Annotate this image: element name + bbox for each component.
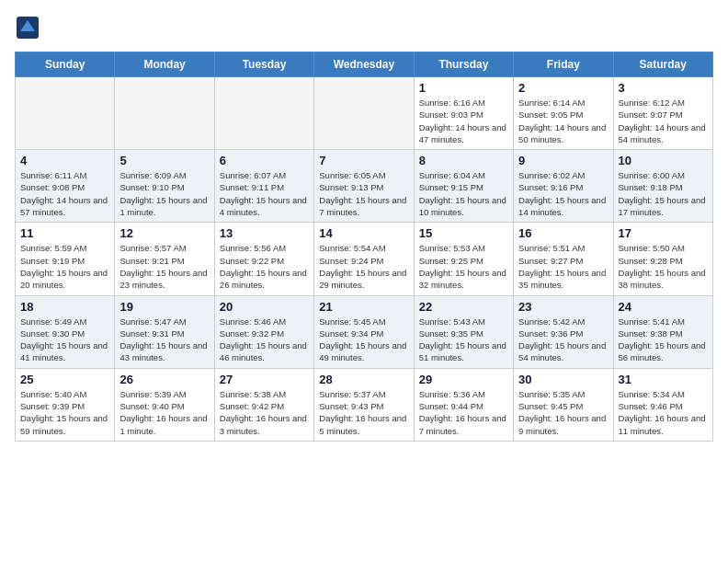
cal-cell: 19Sunrise: 5:47 AM Sunset: 9:31 PM Dayli…	[115, 295, 214, 368]
day-number: 23	[518, 300, 608, 314]
cal-cell: 10Sunrise: 6:00 AM Sunset: 9:18 PM Dayli…	[613, 150, 712, 223]
day-header-thursday: Thursday	[414, 52, 513, 77]
cal-cell: 30Sunrise: 5:35 AM Sunset: 9:45 PM Dayli…	[514, 368, 613, 441]
day-number: 15	[419, 226, 508, 240]
day-header-wednesday: Wednesday	[314, 52, 414, 77]
cell-info: Sunrise: 5:59 AM Sunset: 9:19 PM Dayligh…	[20, 242, 109, 291]
day-number: 24	[619, 300, 708, 314]
day-number: 19	[119, 300, 209, 314]
week-row-2: 4Sunrise: 6:11 AM Sunset: 9:08 PM Daylig…	[16, 150, 713, 223]
cell-info: Sunrise: 5:49 AM Sunset: 9:30 PM Dayligh…	[20, 316, 109, 364]
week-row-1: 1Sunrise: 6:16 AM Sunset: 9:03 PM Daylig…	[16, 77, 713, 150]
cal-cell: 21Sunrise: 5:45 AM Sunset: 9:34 PM Dayli…	[314, 295, 414, 368]
day-number: 10	[619, 154, 708, 167]
cal-cell: 13Sunrise: 5:56 AM Sunset: 9:22 PM Dayli…	[214, 223, 313, 295]
cell-info: Sunrise: 5:51 AM Sunset: 9:27 PM Dayligh…	[518, 242, 608, 291]
cell-info: Sunrise: 5:37 AM Sunset: 9:43 PM Dayligh…	[319, 388, 408, 437]
cell-info: Sunrise: 5:57 AM Sunset: 9:21 PM Dayligh…	[119, 242, 209, 291]
cal-cell: 1Sunrise: 6:16 AM Sunset: 9:03 PM Daylig…	[414, 77, 513, 150]
logo-icon	[15, 15, 40, 40]
day-number: 27	[220, 373, 309, 386]
cal-cell: 2Sunrise: 6:14 AM Sunset: 9:05 PM Daylig…	[514, 77, 613, 150]
cal-cell: 5Sunrise: 6:09 AM Sunset: 9:10 PM Daylig…	[115, 150, 214, 223]
cal-cell: 14Sunrise: 5:54 AM Sunset: 9:24 PM Dayli…	[314, 223, 414, 295]
cal-cell: 9Sunrise: 6:02 AM Sunset: 9:16 PM Daylig…	[514, 150, 613, 223]
day-number: 22	[419, 300, 508, 314]
day-number: 11	[20, 226, 109, 240]
cal-cell: 12Sunrise: 5:57 AM Sunset: 9:21 PM Dayli…	[115, 223, 214, 295]
day-number: 1	[419, 81, 508, 95]
day-number: 12	[119, 226, 209, 240]
day-number: 28	[319, 373, 408, 386]
cell-info: Sunrise: 5:39 AM Sunset: 9:40 PM Dayligh…	[119, 388, 209, 437]
cal-cell: 6Sunrise: 6:07 AM Sunset: 9:11 PM Daylig…	[214, 150, 313, 223]
page-header	[15, 15, 713, 40]
cell-info: Sunrise: 6:09 AM Sunset: 9:10 PM Dayligh…	[119, 169, 209, 218]
cal-cell: 3Sunrise: 6:12 AM Sunset: 9:07 PM Daylig…	[613, 77, 712, 150]
cal-cell: 15Sunrise: 5:53 AM Sunset: 9:25 PM Dayli…	[414, 223, 513, 295]
week-row-4: 18Sunrise: 5:49 AM Sunset: 9:30 PM Dayli…	[16, 295, 713, 368]
cal-cell: 11Sunrise: 5:59 AM Sunset: 9:19 PM Dayli…	[16, 223, 115, 295]
day-number: 8	[419, 154, 508, 167]
cal-cell: 17Sunrise: 5:50 AM Sunset: 9:28 PM Dayli…	[613, 223, 712, 295]
day-number: 13	[220, 226, 309, 240]
cell-info: Sunrise: 5:50 AM Sunset: 9:28 PM Dayligh…	[619, 242, 708, 291]
day-number: 18	[20, 300, 109, 314]
day-number: 7	[319, 154, 408, 167]
day-number: 9	[518, 154, 608, 167]
cell-info: Sunrise: 5:42 AM Sunset: 9:36 PM Dayligh…	[518, 316, 608, 364]
day-number: 6	[220, 154, 309, 167]
week-row-5: 25Sunrise: 5:40 AM Sunset: 9:39 PM Dayli…	[16, 368, 713, 441]
cal-cell: 26Sunrise: 5:39 AM Sunset: 9:40 PM Dayli…	[115, 368, 214, 441]
cell-info: Sunrise: 5:46 AM Sunset: 9:32 PM Dayligh…	[220, 316, 309, 364]
day-header-saturday: Saturday	[613, 52, 712, 77]
cal-cell: 20Sunrise: 5:46 AM Sunset: 9:32 PM Dayli…	[214, 295, 313, 368]
day-number: 30	[518, 373, 608, 386]
day-number: 5	[119, 154, 209, 167]
cal-cell: 27Sunrise: 5:38 AM Sunset: 9:42 PM Dayli…	[214, 368, 313, 441]
cell-info: Sunrise: 6:12 AM Sunset: 9:07 PM Dayligh…	[619, 97, 708, 145]
cell-info: Sunrise: 6:02 AM Sunset: 9:16 PM Dayligh…	[518, 169, 608, 218]
cell-info: Sunrise: 6:04 AM Sunset: 9:15 PM Dayligh…	[419, 169, 508, 218]
cal-cell: 18Sunrise: 5:49 AM Sunset: 9:30 PM Dayli…	[16, 295, 115, 368]
day-number: 25	[20, 373, 109, 386]
cell-info: Sunrise: 5:34 AM Sunset: 9:46 PM Dayligh…	[619, 388, 708, 437]
day-number: 17	[619, 226, 708, 240]
logo	[15, 15, 44, 40]
cell-info: Sunrise: 6:16 AM Sunset: 9:03 PM Dayligh…	[419, 97, 508, 145]
day-header-monday: Monday	[115, 52, 214, 77]
day-number: 2	[518, 81, 608, 95]
week-row-3: 11Sunrise: 5:59 AM Sunset: 9:19 PM Dayli…	[16, 223, 713, 295]
calendar-table: SundayMondayTuesdayWednesdayThursdayFrid…	[15, 52, 713, 442]
cal-cell: 16Sunrise: 5:51 AM Sunset: 9:27 PM Dayli…	[514, 223, 613, 295]
day-header-row: SundayMondayTuesdayWednesdayThursdayFrid…	[16, 52, 713, 77]
day-number: 3	[619, 81, 708, 95]
day-number: 26	[119, 373, 209, 386]
cal-cell: 23Sunrise: 5:42 AM Sunset: 9:36 PM Dayli…	[514, 295, 613, 368]
cell-info: Sunrise: 5:53 AM Sunset: 9:25 PM Dayligh…	[419, 242, 508, 291]
day-number: 14	[319, 226, 408, 240]
cell-info: Sunrise: 6:07 AM Sunset: 9:11 PM Dayligh…	[220, 169, 309, 218]
cal-cell: 31Sunrise: 5:34 AM Sunset: 9:46 PM Dayli…	[613, 368, 712, 441]
cal-cell	[314, 77, 414, 150]
cal-cell	[214, 77, 313, 150]
cell-info: Sunrise: 5:47 AM Sunset: 9:31 PM Dayligh…	[119, 316, 209, 364]
cal-cell: 28Sunrise: 5:37 AM Sunset: 9:43 PM Dayli…	[314, 368, 414, 441]
cell-info: Sunrise: 5:43 AM Sunset: 9:35 PM Dayligh…	[419, 316, 508, 364]
day-number: 29	[419, 373, 508, 386]
cal-cell: 24Sunrise: 5:41 AM Sunset: 9:38 PM Dayli…	[613, 295, 712, 368]
calendar-body: 1Sunrise: 6:16 AM Sunset: 9:03 PM Daylig…	[16, 77, 713, 442]
day-number: 16	[518, 226, 608, 240]
day-number: 31	[619, 373, 708, 386]
cell-info: Sunrise: 6:05 AM Sunset: 9:13 PM Dayligh…	[319, 169, 408, 218]
cell-info: Sunrise: 6:11 AM Sunset: 9:08 PM Dayligh…	[20, 169, 109, 218]
cal-cell: 8Sunrise: 6:04 AM Sunset: 9:15 PM Daylig…	[414, 150, 513, 223]
cal-cell: 4Sunrise: 6:11 AM Sunset: 9:08 PM Daylig…	[16, 150, 115, 223]
day-number: 21	[319, 300, 408, 314]
day-header-tuesday: Tuesday	[214, 52, 313, 77]
cell-info: Sunrise: 5:54 AM Sunset: 9:24 PM Dayligh…	[319, 242, 408, 291]
day-number: 4	[20, 154, 109, 167]
cal-cell: 7Sunrise: 6:05 AM Sunset: 9:13 PM Daylig…	[314, 150, 414, 223]
cell-info: Sunrise: 5:41 AM Sunset: 9:38 PM Dayligh…	[619, 316, 708, 364]
cal-cell	[115, 77, 214, 150]
